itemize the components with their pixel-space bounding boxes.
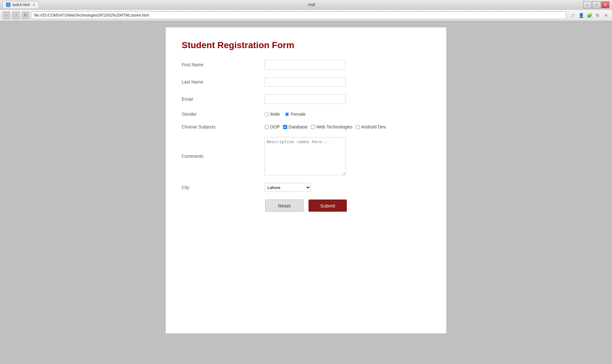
comments-textarea[interactable] [265,137,346,175]
gender-row: Gender Male Female [182,112,430,117]
subject-database-option[interactable]: Database [283,124,308,129]
sync-icon[interactable]: ↻ [594,12,601,19]
reload-button[interactable]: ↻ [22,11,29,19]
titlebar-controls: ─ □ ✕ [583,1,609,8]
gender-female-radio[interactable] [285,112,289,116]
bookmark-icon[interactable]: ☆ [569,12,576,19]
email-input[interactable] [265,94,346,104]
comments-label: Comments [182,154,265,159]
address-bar[interactable] [31,11,566,19]
browser-user: Asif [308,2,315,7]
comments-row: Comments [182,137,430,175]
subject-android-option[interactable]: Android Dev. [356,124,387,129]
subject-database-checkbox[interactable] [283,125,287,129]
subject-web-option[interactable]: Web Technologies [311,124,353,129]
back-button[interactable]: ← [3,11,10,19]
minimize-button[interactable]: ─ [583,1,592,8]
gender-female-label: Female [291,112,306,117]
subject-android-checkbox[interactable] [356,125,360,129]
form-container: Student Registration Form First Name Las… [166,27,446,333]
gender-male-option[interactable]: Male [265,112,280,117]
reset-button[interactable]: Reset [265,200,303,212]
subject-web-checkbox[interactable] [311,125,315,129]
subject-web-label: Web Technologies [316,124,353,129]
forward-button[interactable]: → [12,11,20,19]
extensions-icon[interactable]: 🧩 [586,12,593,19]
subjects-row: Choose Subjects OOP Database Web Technol… [182,124,430,129]
first-name-input[interactable] [265,60,346,69]
tab-close-button[interactable]: ✕ [33,3,35,7]
maximize-button[interactable]: □ [592,1,601,8]
first-name-row: First Name [182,60,430,69]
form-title: Student Registration Form [182,40,430,50]
last-name-input[interactable] [265,77,346,87]
gender-group: Male Female [265,112,306,117]
browser-toolbar: ← → ↻ ☆ 👤 🧩 ↻ ≡ [0,10,612,21]
tab-favicon: t [6,3,11,7]
subject-android-label: Android Dev. [361,124,387,129]
email-label: Email [182,97,265,102]
subjects-group: OOP Database Web Technologies Android De… [265,124,387,129]
city-select[interactable]: Lahore Karachi Islamabad Peshawar Quetta [265,183,311,192]
email-row: Email [182,94,430,104]
button-row: Reset Submit [182,200,430,212]
subject-oop-label: OOP [270,124,280,129]
browser-actions: ☆ 👤 🧩 ↻ ≡ [569,12,609,19]
city-label: City [182,185,265,190]
subject-oop-option[interactable]: OOP [265,124,280,129]
gender-female-option[interactable]: Female [285,112,306,117]
browser-content: Student Registration Form First Name Las… [0,21,612,340]
city-row: City Lahore Karachi Islamabad Peshawar Q… [182,183,430,192]
last-name-row: Last Name [182,77,430,87]
subject-database-label: Database [288,124,308,129]
gender-male-radio[interactable] [265,112,269,116]
gender-male-label: Male [270,112,280,117]
browser-chrome: t task4.html ✕ Asif ─ □ ✕ ← → ↻ ☆ 👤 🧩 ↻ … [0,0,612,21]
browser-titlebar: t task4.html ✕ Asif ─ □ ✕ [0,0,612,10]
browser-tab[interactable]: t task4.html ✕ [3,1,39,8]
subject-oop-checkbox[interactable] [265,125,269,129]
submit-button[interactable]: Submit [309,200,347,212]
close-button[interactable]: ✕ [601,1,609,8]
tab-title: task4.html [12,3,30,7]
subjects-label: Choose Subjects [182,124,265,129]
profile-icon[interactable]: 👤 [578,12,585,19]
first-name-label: First Name [182,62,265,67]
gender-label: Gender [182,112,265,117]
menu-icon[interactable]: ≡ [602,12,609,19]
last-name-label: Last Name [182,79,265,84]
